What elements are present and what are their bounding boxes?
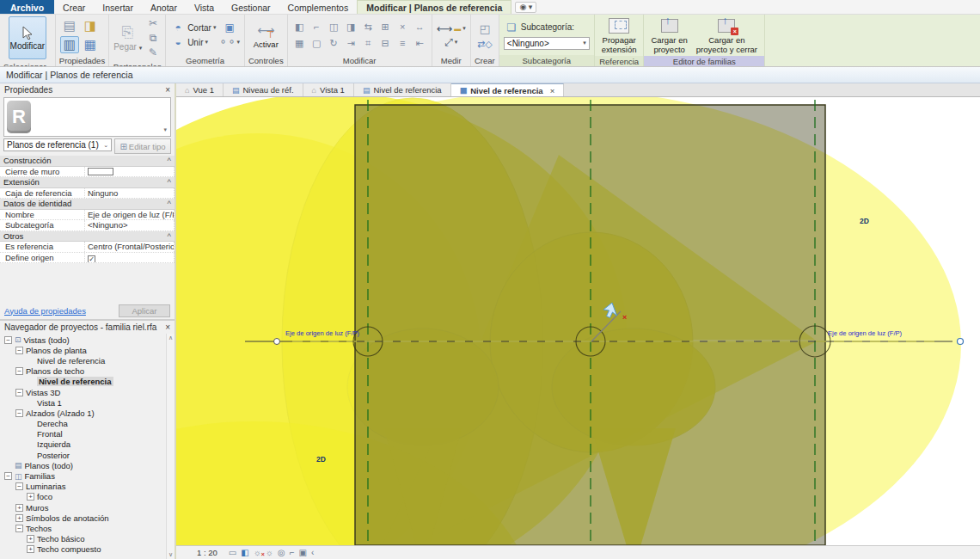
selection-filter-combo[interactable]: Planos de referencia (1)⌄ [3, 138, 112, 151]
modify-tool-icon-14[interactable]: ≡ [395, 36, 410, 51]
tree-item-label[interactable]: foco [37, 492, 52, 501]
paste-label[interactable]: Pegar ▾ [113, 42, 142, 52]
project-browser-close-icon[interactable]: × [165, 322, 170, 332]
tree-item-techo-b-sico[interactable]: +Techo básico [0, 534, 166, 544]
view-tab-nivel-de-referencia[interactable]: ▦Nivel de referencia× [451, 83, 565, 96]
create-similar-icon[interactable]: ⇄◇ [477, 39, 493, 50]
tree-item-derecha[interactable]: Derecha [0, 419, 166, 429]
collapse-icon[interactable]: − [15, 389, 23, 396]
tree-item-vista-1[interactable]: Vista 1 [0, 397, 166, 408]
property-group-header[interactable]: Extensión^ [0, 177, 175, 188]
property-value[interactable]: <Ninguno> [85, 220, 175, 230]
edit-type-button[interactable]: ⊞Editar tipo [114, 138, 171, 154]
modify-tool-icon-7[interactable]: ↔ [413, 20, 427, 34]
modify-tool-icon-3[interactable]: ◨ [344, 20, 358, 34]
demolish-icon[interactable]: ⚬⚬▾ [219, 35, 240, 49]
collapse-icon[interactable]: − [4, 336, 12, 344]
crop-view-icon[interactable]: ⌐ [290, 548, 295, 558]
tree-item-alzados-alzado-1-[interactable]: −Alzados (Alzado 1) [0, 408, 166, 418]
tree-item-nivel-de-referencia[interactable]: Nivel de referencia [0, 355, 166, 366]
measure-button[interactable]: ⟷▬▾ [437, 22, 466, 35]
rendering-icon[interactable]: ◎ [278, 548, 285, 558]
modify-tool-icon-1[interactable]: ⌐ [309, 20, 324, 34]
tree-item-muros[interactable]: +Muros [0, 502, 166, 513]
view-tab-vue-1[interactable]: ⌂Vue 1 [176, 83, 224, 96]
project-browser-scrollbar[interactable]: ∧ ∨ [166, 334, 175, 559]
view-canvas[interactable]: × Eje de origen de luz (F/P) Eje de orig… [176, 97, 980, 545]
crop-region-icon[interactable]: ▣ [299, 548, 307, 558]
detail-level-icon[interactable]: ▭ [229, 548, 236, 558]
tree-item-frontal[interactable]: Frontal [0, 429, 166, 439]
modify-button[interactable]: Modificar [9, 16, 46, 59]
property-value[interactable] [85, 167, 175, 177]
modify-tool-icon-6[interactable]: × [395, 20, 410, 34]
scroll-up-icon[interactable]: ∧ [168, 335, 173, 341]
collapse-icon[interactable]: − [4, 472, 12, 480]
tree-item-label[interactable]: Luminarias [26, 482, 65, 491]
family-types-icon[interactable]: ▤ [60, 17, 79, 34]
properties-close-icon[interactable]: × [165, 85, 170, 95]
cut-geometry-button[interactable]: ◓Cortar ▾ [170, 21, 216, 34]
join-geometry-button[interactable]: ◒Unir ▾ [170, 35, 208, 49]
copy-icon[interactable]: ⧉ [145, 31, 161, 45]
ribbon-tab-complementos[interactable]: Complementos [279, 0, 358, 14]
tree-item-label[interactable]: Alzados (Alzado 1) [26, 408, 95, 418]
tree-item-label[interactable]: Derecha [37, 419, 68, 428]
collapse-icon[interactable]: − [15, 525, 23, 532]
expand-icon[interactable]: + [15, 504, 23, 512]
ribbon-tab-gestionar[interactable]: Gestionar [223, 0, 279, 14]
tree-item-familias[interactable]: −◫Familias [0, 470, 166, 481]
ribbon-tab-insertar[interactable]: Insertar [94, 0, 142, 14]
paint-icon[interactable]: ▣ [222, 21, 237, 34]
expand-icon[interactable]: + [27, 493, 34, 501]
collapse-icon[interactable]: − [15, 347, 23, 354]
property-value[interactable]: ✓ [85, 253, 175, 263]
ribbon-tab-crear[interactable]: Crear [54, 0, 94, 14]
tree-item-izquierda[interactable]: Izquierda [0, 439, 166, 450]
checkbox-checked-icon[interactable]: ✓ [88, 255, 95, 263]
apply-button[interactable]: Aplicar [119, 304, 170, 317]
tree-item-label[interactable]: Frontal [37, 429, 63, 439]
reveal-hidden-icon[interactable]: ‹ [311, 548, 314, 558]
modify-tool-icon-9[interactable]: ▢ [309, 36, 324, 51]
ribbon-tab-modificar-planos-de-referencia[interactable]: Modificar | Planos de referencia [357, 0, 511, 14]
tree-item-planos-de-planta[interactable]: −Planos de planta [0, 345, 166, 355]
modify-tool-icon-2[interactable]: ◫ [327, 20, 341, 34]
tree-item-foco[interactable]: +foco [0, 492, 166, 502]
tree-item-planos-todo-[interactable]: ▤Planos (todo) [0, 460, 166, 470]
tree-item-label[interactable]: Planos de planta [26, 346, 87, 355]
tree-item-techos[interactable]: −Techos [0, 523, 166, 533]
type-selector-dropdown-icon[interactable]: ▾ [163, 126, 167, 133]
ribbon-tab-archivo[interactable]: Archivo [0, 0, 54, 14]
reference-plane-end-handle-left[interactable] [274, 339, 280, 345]
tree-item-luminarias[interactable]: −Luminarias [0, 482, 166, 492]
modify-tool-icon-12[interactable]: ⌗ [361, 36, 376, 51]
property-value[interactable]: Ninguno [85, 188, 175, 199]
reference-plane-label-left[interactable]: Eje de origen de luz (F/P) [285, 329, 360, 337]
tree-item-label[interactable]: Techo compuesto [37, 544, 101, 554]
property-group-header[interactable]: Datos de identidad^ [0, 199, 175, 210]
scroll-down-icon[interactable]: ∨ [168, 551, 173, 558]
activate-controls-button[interactable]: ⟷⊤ Activar [251, 21, 281, 50]
collapse-icon[interactable]: − [15, 367, 23, 375]
tree-item-nivel-de-referencia[interactable]: Nivel de referencia [0, 377, 166, 387]
panel-label-seleccionar[interactable]: Seleccionar ▾ [0, 61, 55, 67]
measure-angle-button[interactable]: ⤢▾ [444, 36, 457, 48]
tile-windows-icon[interactable]: ▦ [81, 36, 100, 53]
paste-icon[interactable]: ⎘ [119, 24, 138, 41]
annotation-2d-left[interactable]: 2D [316, 455, 326, 464]
property-value[interactable]: Eje de origen de luz (F/P) [85, 210, 175, 220]
collapse-icon[interactable]: − [15, 482, 23, 490]
tree-item-label[interactable]: Vistas (todo) [24, 335, 70, 345]
property-group-header[interactable]: Otros^ [0, 231, 175, 243]
visual-style-icon[interactable]: ◧ [241, 548, 248, 558]
tree-item-label[interactable]: Familias [25, 471, 55, 481]
tree-item-label[interactable]: Techo básico [37, 534, 84, 544]
subcategory-select[interactable]: <Ninguno>▾ [504, 37, 590, 50]
load-into-project-button[interactable]: ↑ Cargar en proyecto [648, 16, 689, 54]
collapse-icon[interactable]: − [15, 409, 23, 417]
modify-tool-icon-11[interactable]: ⇥ [344, 36, 358, 51]
modify-tool-icon-8[interactable]: ▦ [292, 36, 307, 51]
cut-icon[interactable]: ✂ [145, 16, 161, 30]
tree-item-label[interactable]: Vistas 3D [26, 388, 60, 397]
